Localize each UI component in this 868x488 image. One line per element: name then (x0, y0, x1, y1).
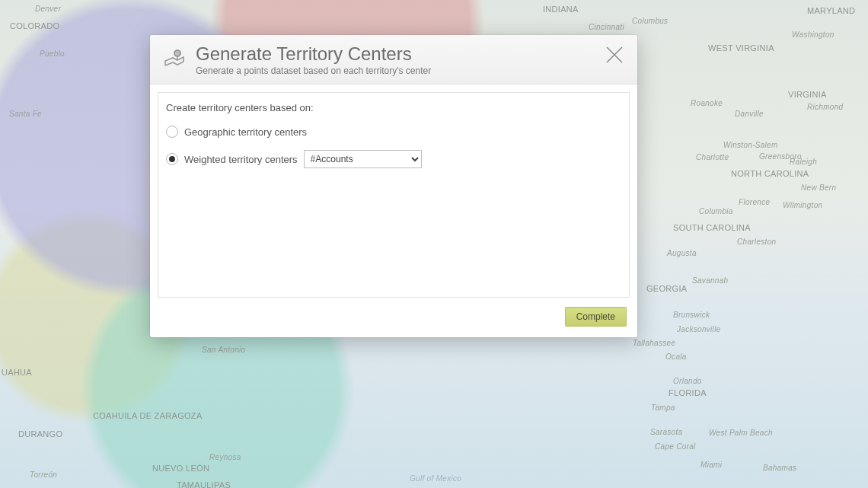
map-label: Raleigh (790, 158, 817, 166)
map-label: WEST VIRGINIA (708, 43, 774, 53)
map-label: Ocala (665, 352, 687, 361)
map-label: UAHUA (2, 368, 32, 377)
map-label: Cape Coral (655, 442, 696, 451)
radio-weighted-label[interactable]: Weighted territory centers (184, 154, 298, 165)
map-label: Richmond (807, 103, 843, 111)
map-label: COLORADO (10, 21, 59, 30)
map-label: INDIANA (543, 5, 579, 14)
map-label: West Palm Beach (709, 429, 773, 437)
dialog-footer: Complete (150, 298, 637, 337)
dialog-subtitle: Generate a points dataset based on each … (196, 65, 431, 76)
map-label: Santa Fe (9, 110, 42, 118)
dialog-title: Generate Territory Centers (196, 44, 431, 64)
section-label: Create territory centers based on: (166, 102, 621, 113)
map-label: Savannah (692, 276, 728, 285)
map-pin-icon (162, 46, 187, 73)
map-label: Florence (739, 198, 770, 206)
map-label: Columbia (699, 207, 733, 215)
radio-weighted-centers[interactable] (166, 153, 178, 165)
map-label: Wilmington (783, 201, 822, 209)
map-label: Brunswick (673, 311, 710, 319)
map-label: Tampa (651, 403, 675, 412)
map-label: NUEVO LEÓN (152, 464, 209, 473)
map-label: Orlando (673, 377, 702, 385)
map-label: Miami (700, 461, 722, 469)
map-label: DURANGO (18, 429, 62, 439)
map-label: Augusta (667, 249, 697, 257)
map-label: Cincinnati (589, 23, 624, 31)
map-label: COAHUILA DE ZARAGOZA (93, 411, 203, 420)
map-label: FLORIDA (669, 388, 707, 397)
map-label: Winston-Salem (723, 141, 778, 149)
map-label: Tallahassee (633, 339, 675, 347)
close-icon (605, 45, 624, 65)
map-label: Washington (792, 30, 834, 39)
map-label: New Bern (801, 183, 836, 192)
map-label: GEORGIA (646, 284, 687, 293)
map-label: Gulf of Mexico (410, 474, 461, 483)
map-label: Roanoke (691, 99, 723, 107)
complete-button[interactable]: Complete (565, 307, 627, 327)
close-button[interactable] (604, 44, 625, 65)
radio-geographic-label[interactable]: Geographic territory centers (184, 126, 307, 138)
generate-territory-centers-dialog: Generate Territory Centers Generate a po… (150, 35, 637, 337)
map-label: TAMAULIPAS (177, 480, 231, 488)
dialog-body: Create territory centers based on: Geogr… (158, 92, 630, 298)
dialog-header: Generate Territory Centers Generate a po… (150, 35, 637, 85)
map-label: MARYLAND (807, 6, 855, 15)
map-label: Charleston (737, 238, 776, 246)
map-label: Sarasota (650, 428, 682, 436)
map-label: Denver (35, 5, 61, 13)
map-label: SOUTH CAROLINA (673, 223, 751, 232)
map-label: Danville (735, 110, 764, 118)
map-label: Reynosa (209, 453, 241, 461)
map-label: Charlotte (696, 153, 729, 161)
map-label: NORTH CAROLINA (731, 169, 809, 178)
weight-field-select[interactable]: #Accounts (304, 150, 422, 168)
map-label: San Antonio (202, 346, 245, 354)
map-label: Torreón (30, 470, 57, 479)
map-label: Jacksonville (677, 325, 721, 333)
map-label: Pueblo (40, 49, 65, 58)
map-label: Columbus (632, 17, 668, 25)
svg-point-0 (174, 50, 180, 56)
map-label: Bahamas (763, 464, 796, 472)
map-label: VIRGINIA (788, 90, 827, 99)
radio-geographic-centers[interactable] (166, 126, 178, 138)
